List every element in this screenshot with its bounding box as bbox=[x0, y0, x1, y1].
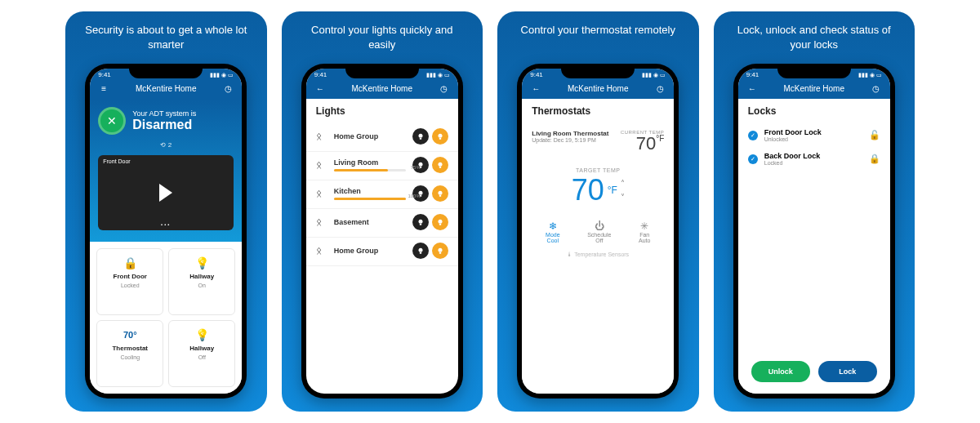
light-on-button[interactable] bbox=[432, 214, 448, 230]
mode-fan[interactable]: ✳ Fan Auto bbox=[639, 220, 650, 243]
lamp-icon: ᛟ bbox=[316, 188, 327, 199]
zone-indicator[interactable]: ⟲ 2 bbox=[98, 141, 234, 149]
lock-row[interactable]: ✓ Front Door Lock Unlocked 🔓 bbox=[738, 123, 890, 147]
arm-status-card[interactable]: ✕ Your ADT system is Disarmed bbox=[98, 107, 234, 135]
light-name: Kitchen bbox=[334, 187, 406, 195]
back-icon[interactable]: ← bbox=[314, 82, 326, 94]
check-icon: ✓ bbox=[748, 131, 758, 140]
temp-up-icon[interactable]: ˄ bbox=[621, 179, 625, 188]
tagline: Security is about to get a whole lot sma… bbox=[65, 23, 267, 64]
thermostat-modes: ❄ Mode Cool ⏻ Schedule Off ✳ Fan Auto bbox=[532, 220, 664, 243]
app-header: ≡ McKentire Home ◷ bbox=[90, 79, 242, 99]
camera-label: Front Door bbox=[103, 158, 130, 164]
signal-icon: ▮▮▮ bbox=[210, 72, 220, 78]
tile-hallway-off[interactable]: 💡 Hallway Off bbox=[168, 320, 235, 387]
snowflake-icon: ❄ bbox=[546, 220, 560, 232]
dashboard-tiles: 🔒 Front Door Locked 💡 Hallway On 70° The… bbox=[90, 242, 242, 394]
svg-rect-17 bbox=[420, 252, 422, 254]
lights-title: Lights bbox=[306, 99, 458, 123]
lights-list: ᛟ Home Group ᛟ Living Room 75% ᛟ Kitchen… bbox=[306, 123, 458, 266]
light-name: Basement bbox=[334, 218, 406, 226]
back-icon[interactable]: ← bbox=[746, 82, 758, 94]
signal-icon: ▮▮▮ bbox=[642, 72, 652, 78]
app-screen-locks: 9:41 ▮▮▮◉▭ ← McKentire Home ◷ Locks ✓ Fr… bbox=[738, 69, 890, 394]
light-on-button[interactable] bbox=[432, 128, 448, 145]
temp-sensors-row[interactable]: 🌡 Temperature Sensors bbox=[532, 252, 664, 257]
lamp-icon: ᛟ bbox=[316, 216, 327, 228]
phone-frame: 9:41 ▮▮▮ ◉ ▭ ≡ McKentire Home ◷ ✕ Your A… bbox=[85, 64, 247, 399]
temp-down-icon[interactable]: ˅ bbox=[621, 193, 625, 202]
signal-icon: ▮▮▮ bbox=[426, 72, 436, 78]
signal-icon: ▮▮▮ bbox=[858, 72, 868, 78]
light-name: Living Room bbox=[334, 158, 406, 167]
target-temp-label: TARGET TEMP bbox=[532, 167, 664, 173]
light-row[interactable]: ᛟ Home Group bbox=[306, 238, 458, 266]
status-icons: ▮▮▮ ◉ ▭ bbox=[210, 72, 234, 78]
thermostat-updated: Update: Dec 19, 5:19 PM bbox=[532, 137, 608, 143]
fan-icon: ✳ bbox=[639, 220, 650, 232]
dimmer-bar[interactable]: 100% bbox=[334, 198, 406, 200]
power-icon: ⏻ bbox=[587, 220, 611, 232]
temp-icon: 70° bbox=[123, 327, 137, 342]
lock-row[interactable]: ✓ Back Door Lock Locked 🔒 bbox=[738, 147, 890, 171]
light-name: Home Group bbox=[334, 247, 406, 255]
mode-schedule[interactable]: ⏻ Schedule Off bbox=[587, 220, 611, 243]
svg-rect-3 bbox=[439, 138, 442, 140]
phone-frame: 9:41 ▮▮▮◉▭ ← McKentire Home ◷ Lights ᛟ H… bbox=[301, 64, 463, 399]
app-header: ← McKentire Home ◷ bbox=[738, 79, 890, 99]
activity-icon[interactable]: ◷ bbox=[654, 82, 666, 94]
locks-list: ✓ Front Door Lock Unlocked 🔓 ✓ Back Door… bbox=[738, 123, 890, 171]
arm-status-text: Your ADT system is Disarmed bbox=[132, 109, 234, 132]
current-temp: 70°F bbox=[621, 135, 664, 153]
menu-icon[interactable]: ≡ bbox=[98, 82, 109, 94]
tile-front-door[interactable]: 🔒 Front Door Locked bbox=[96, 248, 163, 315]
lock-button[interactable]: Lock bbox=[818, 361, 877, 382]
promo-panel-thermostat: Control your thermostat remotely 9:41 ▮▮… bbox=[497, 11, 699, 412]
app-header: ← McKentire Home ◷ bbox=[522, 79, 674, 99]
svg-point-14 bbox=[438, 220, 442, 224]
notch bbox=[129, 64, 203, 78]
status-icons: ▮▮▮◉▭ bbox=[642, 72, 666, 78]
battery-icon: ▭ bbox=[660, 72, 666, 78]
unlock-button[interactable]: Unlock bbox=[751, 361, 810, 382]
light-off-button[interactable] bbox=[412, 243, 429, 259]
status-icons: ▮▮▮◉▭ bbox=[426, 72, 450, 78]
thermostat-name: Living Room Thermostat bbox=[532, 130, 608, 137]
svg-rect-1 bbox=[420, 138, 422, 140]
temp-stepper: ˄ ˅ bbox=[621, 179, 625, 202]
locks-body: ✓ Front Door Lock Unlocked 🔓 ✓ Back Door… bbox=[738, 123, 890, 394]
light-off-button[interactable] bbox=[412, 128, 429, 145]
light-name: Home Group bbox=[334, 132, 406, 140]
camera-card[interactable]: Front Door ••• bbox=[98, 155, 234, 230]
thermostats-title: Thermostats bbox=[522, 99, 674, 123]
activity-icon[interactable]: ◷ bbox=[439, 82, 450, 94]
light-row[interactable]: ᛟ Basement bbox=[306, 209, 458, 238]
notch bbox=[777, 64, 851, 78]
light-on-button[interactable] bbox=[432, 185, 448, 202]
activity-icon[interactable]: ◷ bbox=[222, 82, 234, 94]
lock-status: Unlocked bbox=[764, 136, 862, 142]
lamp-icon: ᛟ bbox=[316, 245, 327, 256]
svg-rect-11 bbox=[439, 195, 442, 197]
check-icon: ✓ bbox=[748, 154, 758, 164]
svg-point-10 bbox=[438, 191, 442, 195]
activity-icon[interactable]: ◷ bbox=[871, 82, 882, 94]
svg-rect-13 bbox=[420, 224, 422, 225]
light-row[interactable]: ᛟ Living Room 75% bbox=[306, 152, 458, 180]
clock: 9:41 bbox=[314, 71, 327, 78]
tile-thermostat[interactable]: 70° Thermostat Cooling bbox=[96, 320, 163, 387]
status-icons: ▮▮▮◉▭ bbox=[858, 72, 882, 78]
tile-hallway-on[interactable]: 💡 Hallway On bbox=[168, 248, 235, 315]
back-icon[interactable]: ← bbox=[530, 82, 541, 94]
light-row[interactable]: ᛟ Home Group bbox=[306, 123, 458, 152]
svg-rect-7 bbox=[439, 167, 442, 168]
light-on-button[interactable] bbox=[432, 157, 448, 173]
dimmer-bar[interactable]: 75% bbox=[334, 169, 406, 171]
light-row[interactable]: ᛟ Kitchen 100% bbox=[306, 180, 458, 209]
target-temp-display: 70 °F ˄ ˅ bbox=[532, 173, 664, 207]
light-on-button[interactable] bbox=[432, 243, 448, 259]
play-icon[interactable] bbox=[159, 184, 172, 202]
light-off-button[interactable] bbox=[412, 214, 429, 230]
mode-cool[interactable]: ❄ Mode Cool bbox=[546, 220, 560, 243]
bulb-icon: 💡 bbox=[195, 256, 209, 270]
